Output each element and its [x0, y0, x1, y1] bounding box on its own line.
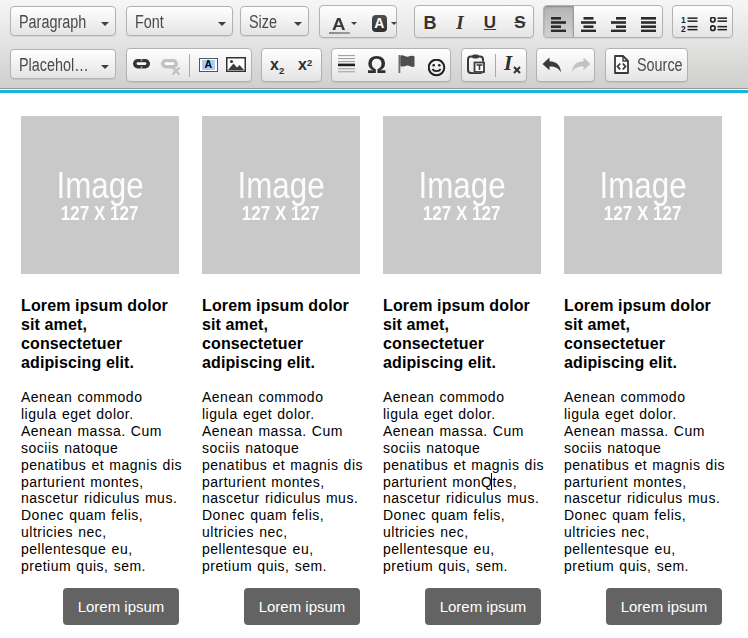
svg-text:2: 2 [681, 24, 686, 32]
